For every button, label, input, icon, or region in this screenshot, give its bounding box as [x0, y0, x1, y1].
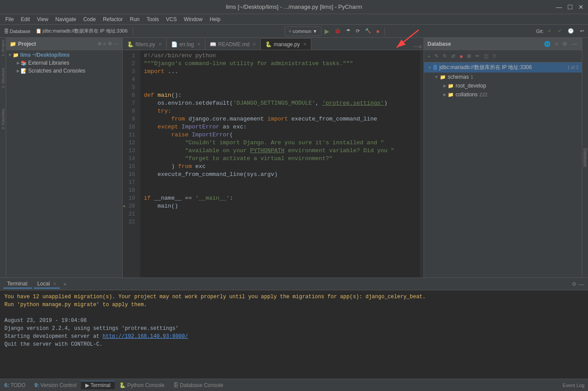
debug-button[interactable]: 🐞: [332, 26, 343, 36]
code-content[interactable]: #!/usr/bin/env python """Django's comman…: [140, 50, 420, 278]
db-add-button[interactable]: +: [426, 53, 432, 60]
db-stop-button[interactable]: ■: [458, 53, 464, 60]
db-collations-arrow[interactable]: ▶: [443, 92, 446, 97]
db-root-develop-item[interactable]: ▶ 📁 root_develop: [424, 81, 582, 90]
tab-close-readme[interactable]: ✕: [252, 42, 256, 47]
db-settings-icon[interactable]: ⚙: [561, 40, 569, 48]
collapse-icon[interactable]: ≡: [103, 41, 106, 47]
menu-view[interactable]: View: [33, 15, 52, 23]
line-num-1: 1: [123, 52, 138, 60]
db-add-icon[interactable]: 🌐: [543, 40, 552, 48]
locate-icon[interactable]: ⊕: [98, 41, 102, 47]
tab-readme[interactable]: 📖 README.md ✕: [205, 38, 261, 50]
add-terminal-button[interactable]: +: [63, 281, 67, 288]
hide-icon[interactable]: —: [114, 41, 119, 47]
terminal-tab[interactable]: ▶ Terminal: [81, 381, 115, 389]
database-panel-wrapper: Database 🌐 ≡ ⚙ — + ✎ ↻ ⇄ ■ ⊞ ✏ ◫ ▽: [424, 38, 588, 278]
server-url-link[interactable]: http://192.168.140.93:8000/: [102, 333, 188, 340]
local-tab-close[interactable]: ✕: [53, 281, 56, 286]
tab-icon: 📖: [210, 41, 216, 48]
database-button[interactable]: 🗄 Database: [2, 26, 33, 36]
tab-filters-py[interactable]: 🐍 filters.py ✕: [123, 38, 167, 50]
db-sync-button[interactable]: ⇄: [449, 52, 457, 60]
tab-err-log[interactable]: 📄 err.log ✕: [167, 38, 205, 50]
maximize-button[interactable]: ☐: [567, 4, 573, 11]
event-log-button[interactable]: Event Log: [562, 383, 584, 388]
tab-label: manage.py: [274, 41, 299, 48]
profile-button[interactable]: ⟳: [354, 26, 362, 36]
scratches-label: Scratches and Consoles: [28, 68, 85, 74]
db-edit-button[interactable]: ✎: [433, 52, 440, 60]
db-edit2-button[interactable]: ✏: [474, 52, 481, 60]
tab-close-err[interactable]: ✕: [197, 42, 201, 47]
git-check2[interactable]: ✓: [555, 26, 564, 36]
code-line-4: [144, 76, 416, 84]
db-schemas-icon: 📁: [440, 74, 446, 80]
menu-code[interactable]: Code: [80, 15, 99, 23]
right-gutter: [420, 50, 424, 278]
tab-close-manage[interactable]: ✕: [303, 42, 307, 47]
tree-external-libraries[interactable]: ▶ 📚 External Libraries: [6, 59, 122, 67]
db-connection-arrow[interactable]: ▼: [427, 66, 431, 70]
menu-run[interactable]: Run: [126, 15, 143, 23]
project-sidebar-icon[interactable]: 1: Project: [1, 40, 5, 56]
tree-expand-arrow[interactable]: ▼: [8, 53, 12, 57]
tree-root[interactable]: ▼ 📁 lims ~/Desktop/lims: [6, 51, 122, 59]
ext-lib-arrow[interactable]: ▶: [17, 61, 20, 65]
git-undo[interactable]: ↩: [578, 26, 586, 36]
terminal-content[interactable]: You have 12 unapplied migration(s). Your…: [0, 290, 588, 379]
settings-icon[interactable]: ⚙: [108, 41, 112, 47]
close-button[interactable]: ✕: [578, 4, 584, 11]
menu-tools[interactable]: Tools: [143, 15, 162, 23]
db-schemas-count: 1: [471, 74, 473, 80]
menu-help[interactable]: Help: [206, 15, 224, 23]
git-check1[interactable]: ✓: [545, 26, 554, 36]
version-control-tab[interactable]: 9: Version Control: [30, 381, 81, 389]
code-line-8: try:: [144, 107, 416, 115]
menu-vcs[interactable]: VCS: [162, 15, 180, 23]
db-connection-item[interactable]: ▼ 🗄 jdbc:mariadb://数据库所在 IP 地址:3306 1 of…: [424, 62, 582, 73]
branch-dropdown[interactable]: ⑂ common ▼: [285, 26, 321, 36]
db-collapse-icon[interactable]: ≡: [554, 40, 559, 48]
python-console-tab[interactable]: 🐍 Python Console: [115, 381, 169, 389]
minimize-button[interactable]: —: [556, 4, 562, 11]
menu-edit[interactable]: Edit: [17, 15, 33, 23]
menu-refactor[interactable]: Refactor: [99, 15, 126, 23]
build-button[interactable]: 🔨: [363, 26, 373, 36]
code-line-1: #!/usr/bin/env python: [144, 52, 416, 60]
coverage-button[interactable]: ☂: [344, 26, 353, 36]
db-table-button[interactable]: ⊞: [465, 52, 473, 60]
db-schemas-item[interactable]: ▼ 📁 schemas 1: [424, 73, 582, 81]
database-sidebar-label[interactable]: Database: [582, 38, 588, 278]
menu-file[interactable]: File: [2, 15, 17, 23]
db-refresh-button[interactable]: ↻: [441, 52, 449, 60]
run-button[interactable]: ▶: [322, 26, 332, 36]
terminal-minimize-icon[interactable]: —: [578, 281, 584, 288]
db-collations-item[interactable]: ▶ 📁 collations 222: [424, 90, 582, 99]
db-hide-icon[interactable]: —: [570, 40, 578, 48]
menu-navigate[interactable]: Navigate: [52, 15, 80, 23]
tabs-overflow[interactable]: ⋯≡: [412, 44, 424, 50]
menu-window[interactable]: Window: [180, 15, 206, 23]
local-tab[interactable]: Local ✕: [34, 280, 60, 289]
db-view-button[interactable]: ◫: [482, 52, 490, 60]
terminal-tabs-bar: Terminal: Local ✕ + ⚙ —: [0, 278, 588, 290]
tab-manage-py[interactable]: 🐍 manage.py ✕: [261, 38, 311, 50]
structure-sidebar-icon[interactable]: 2: Structure: [1, 68, 5, 88]
code-line-20: main(): [144, 202, 416, 210]
favorites-sidebar-icon[interactable]: 2: Favorites: [1, 109, 5, 129]
db-filter-button[interactable]: ▽: [491, 52, 498, 60]
tree-scratches[interactable]: ▶ 📝 Scratches and Consoles: [6, 67, 122, 75]
project-tree: ▼ 📁 lims ~/Desktop/lims ▶ 📚 External Lib…: [6, 50, 122, 278]
git-clock[interactable]: 🕐: [566, 26, 576, 36]
jdbc-button[interactable]: 📋 jdbc:mariadb://数据库所在 IP 地址:3306: [33, 26, 130, 36]
todo-tab[interactable]: 6: TODO: [0, 381, 30, 389]
terminal-settings-icon[interactable]: ⚙: [572, 281, 577, 287]
tab-close-filters[interactable]: ✕: [158, 42, 162, 47]
database-console-tab[interactable]: 🗄 Database Console: [169, 381, 228, 389]
db-console-icon: 🗄: [173, 382, 179, 388]
db-root-arrow[interactable]: ▶: [443, 84, 446, 88]
stop-button[interactable]: ■: [374, 26, 382, 36]
scratches-arrow[interactable]: ▶: [17, 69, 20, 73]
db-schemas-arrow[interactable]: ▼: [435, 75, 438, 79]
